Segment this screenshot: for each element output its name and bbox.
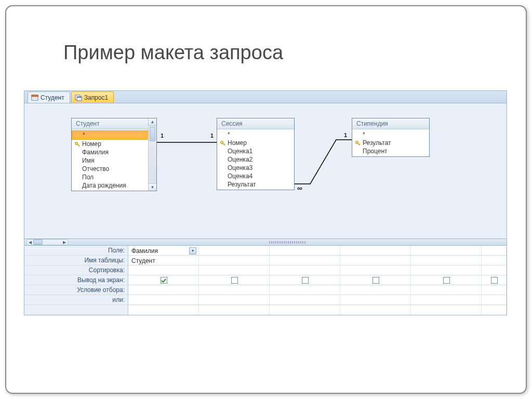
show-checkbox[interactable] [491,277,498,284]
grid-cell[interactable] [199,256,270,265]
grid-cell[interactable] [411,295,482,304]
grid-cell[interactable] [340,285,411,295]
field-result[interactable]: Результат [352,139,429,147]
grid-cell[interactable] [482,285,507,295]
grid-cell[interactable] [270,295,340,304]
field-pol[interactable]: Пол [72,173,156,181]
table-stipend[interactable]: Стипендия * Результат Процент [352,118,430,157]
grid-cell[interactable] [340,256,411,265]
grid-cell[interactable] [128,265,199,275]
grid-cell[interactable] [199,275,270,285]
grid-cell[interactable] [340,265,411,275]
grid-cell[interactable] [411,305,482,315]
scroll-down-icon[interactable]: ▼ [149,183,156,191]
pane-splitter[interactable]: ◀ ▶ [24,238,507,246]
grid-cell[interactable] [128,295,199,304]
grid-cell[interactable] [270,246,340,255]
grid-row-or: или: [24,295,507,305]
grid-cell[interactable] [411,246,482,255]
show-checkbox[interactable] [443,277,450,284]
grid-cell[interactable] [482,305,507,315]
grid-cell[interactable] [482,256,507,265]
grid-cell[interactable] [270,285,340,295]
grid-cell[interactable] [482,295,507,304]
field-oc2[interactable]: Оценка2 [217,155,294,164]
grid-cell[interactable] [199,246,270,255]
field-percent[interactable]: Процент [352,147,429,155]
field-oc4[interactable]: Оценка4 [217,172,294,180]
grid-cell[interactable] [270,265,340,275]
grid-cell[interactable] [482,275,507,285]
grid-cell[interactable] [340,305,411,315]
grid-cell[interactable] [199,295,270,304]
grid-cell[interactable] [411,256,482,265]
show-checkbox[interactable] [302,277,309,284]
field-imya[interactable]: Имя [72,156,156,165]
scroll-up-icon[interactable]: ▲ [149,118,156,126]
grid-cell[interactable] [340,295,411,304]
table-student[interactable]: Студент * Номер Фамилия Имя Отчество Пол… [71,118,157,191]
show-checkbox[interactable] [161,277,167,284]
grid-cell[interactable] [340,246,411,255]
table-icon [31,94,38,101]
tab-query1[interactable]: Запрос1 [71,91,114,103]
grid-cell[interactable] [270,305,340,315]
grid-cell[interactable]: Фамилия ▾ [128,246,199,255]
splitter-grip-icon[interactable] [68,241,507,244]
grid-cell[interactable] [482,265,507,275]
scrollbar[interactable]: ▲ ▼ [148,118,156,191]
table-session[interactable]: Сессия * Номер Оценка1 Оценка2 Оценка3 О… [217,118,295,190]
grid-cell[interactable] [270,275,340,285]
relation-cardinality: 1 [161,132,164,139]
grid-row-table: Имя таблицы: Студент [24,256,507,265]
dropdown-icon[interactable]: ▾ [189,247,196,255]
svg-rect-1 [32,95,38,97]
field-oc3[interactable]: Оценка3 [217,164,294,172]
grid-cell[interactable] [270,256,340,265]
svg-rect-7 [77,97,82,98]
show-checkbox[interactable] [373,277,379,284]
grid-cell[interactable] [199,305,270,315]
slide-title: Пример макета запроса [63,42,283,64]
field-otchestvo[interactable]: Отчество [72,165,156,173]
grid-cell[interactable]: Студент [128,256,199,265]
grid-cell[interactable] [128,305,199,315]
tab-student[interactable]: Студент [28,91,70,103]
field-nomer[interactable]: Номер [72,140,156,148]
grid-cell[interactable] [482,246,507,255]
relation-line-2[interactable] [295,140,352,189]
horizontal-scrollbar[interactable]: ◀ ▶ [26,239,68,245]
relations-pane[interactable]: Студент * Номер Фамилия Имя Отчество Пол… [24,103,507,238]
field-result[interactable]: Результат [217,180,294,189]
scroll-thumb[interactable] [150,127,155,141]
relation-line-1[interactable] [157,140,217,145]
grid-cell[interactable] [340,275,411,285]
table-title: Студент [72,118,156,129]
field-star[interactable]: * [217,130,294,139]
check-icon [161,278,166,283]
grid-cell[interactable] [411,265,482,275]
field-star[interactable]: * [72,130,156,140]
field-oc1[interactable]: Оценка1 [217,147,294,155]
relation-cardinality: 1 [210,132,214,139]
grid-row-sort: Сортировка: [24,265,507,275]
scroll-right-icon[interactable]: ▶ [61,240,68,245]
row-label [24,305,128,315]
show-checkbox[interactable] [231,277,238,284]
grid-row-show: Вывод на экран: [24,275,507,285]
table-title: Стипендия [352,118,429,129]
grid-cell[interactable] [128,285,199,295]
field-familia[interactable]: Фамилия [72,148,156,156]
grid-cell[interactable] [128,275,199,285]
row-label: Поле: [24,246,128,255]
field-combo[interactable]: Фамилия ▾ [131,247,196,255]
field-nomer[interactable]: Номер [217,139,294,147]
field-star[interactable]: * [352,130,429,139]
scroll-thumb[interactable] [33,240,43,245]
grid-cell[interactable] [411,275,482,285]
grid-cell[interactable] [199,285,270,295]
field-dob[interactable]: Дата рождения [72,181,156,190]
grid-cell[interactable] [411,285,482,295]
grid-cell[interactable] [199,265,270,275]
scroll-left-icon[interactable]: ◀ [27,240,33,245]
